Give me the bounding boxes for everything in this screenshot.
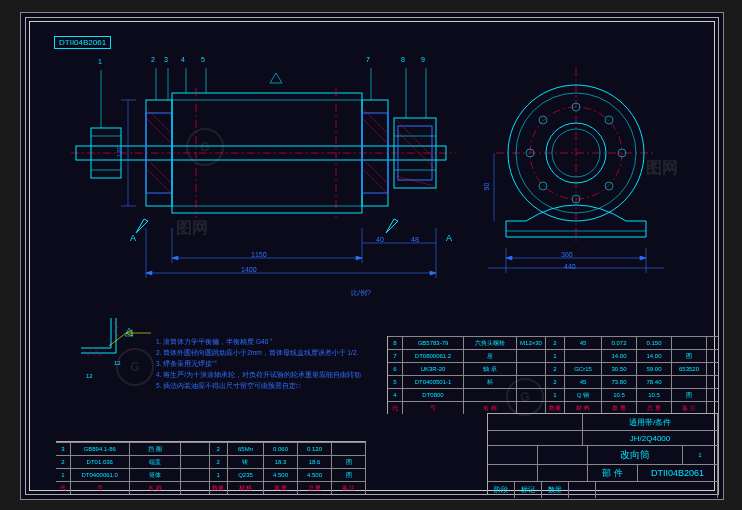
bom-cell-wt2: 0.120 <box>298 443 332 455</box>
bom-header-cell-qty: 数量 <box>210 482 228 494</box>
bom-header-cell-std: 号 <box>71 482 130 494</box>
bom-cell-name: 座 <box>464 350 517 362</box>
bom-cell-spec: M12×30 <box>517 337 546 349</box>
note-3: 3. 焊条采用无焊接"° <box>156 358 386 369</box>
bom-cell-note: 图 <box>672 350 707 362</box>
svg-line-19 <box>362 118 388 144</box>
bom-cell-spec <box>517 376 546 388</box>
balloon-4: 4 <box>181 56 185 63</box>
bom-cell-note <box>332 443 366 455</box>
page-ind: 1 <box>683 446 718 464</box>
bom-row: 1DT0400061.0筒体1Q2354.5004.500图 <box>56 468 366 481</box>
bom-cell-mat <box>565 350 602 362</box>
bom-cell-spec <box>181 456 209 468</box>
bom-header-cell-spec <box>181 482 209 494</box>
bom-cell-no: 8 <box>388 337 403 349</box>
bom-header-cell-mat: 材 料 <box>228 482 264 494</box>
bom-cell-spec <box>181 443 209 455</box>
section-mark-a: A <box>130 233 136 243</box>
bom-cell-no: 5 <box>388 376 403 388</box>
svg-line-18 <box>362 108 388 134</box>
part-name: 改向筒 <box>588 446 683 464</box>
bom-cell-name: 端盖 <box>130 456 181 468</box>
bom-cell-wt2: 78.40 <box>637 376 672 388</box>
bom-cell-qty: 2 <box>210 443 228 455</box>
bom-cell-note: 653520 <box>672 363 707 375</box>
bom-cell-qty: 2 <box>546 337 565 349</box>
category-label: 部 件 <box>588 465 638 481</box>
drawing-sheet: DTII04B2061 G 图网 G 图网 G <box>20 12 724 500</box>
bom-cell-name: 六角头螺栓 <box>464 337 517 349</box>
bom-row: 6UK3R-20轴 承2GCr1530.5059.00653520 <box>388 362 718 375</box>
svg-point-62 <box>539 116 547 124</box>
bom-header-cell-no: 代 <box>56 482 71 494</box>
bom-cell-std: DT0800 <box>403 389 464 401</box>
bom-header: 代号名 称数量材 料单 重总 重备 注 <box>56 481 366 494</box>
dim-height: 120 <box>116 146 123 158</box>
bom-cell-wt1: 10.5 <box>602 389 637 401</box>
dim-offset: 90 <box>483 183 490 191</box>
bom-header-cell-note: 备 注 <box>332 482 366 494</box>
bom-cell-std: UK3R-20 <box>403 363 464 375</box>
bom-cell-std: DT0400061.0 <box>71 469 130 481</box>
bom-cell-wt2: 59.00 <box>637 363 672 375</box>
bom-header-cell-wt2: 总 重 <box>298 482 332 494</box>
bom-cell-no: 6 <box>388 363 403 375</box>
bom-cell-spec <box>517 363 546 375</box>
bom-cell-no: 4 <box>388 389 403 401</box>
bom-cell-std: GB894.1-86 <box>71 443 130 455</box>
bom-cell-note: 图 <box>672 389 707 401</box>
balloon-3: 3 <box>164 56 168 63</box>
bom-cell-note: 图 <box>332 469 366 481</box>
field-stage: 阶段 <box>488 482 515 498</box>
cad-viewport: DTII04B2061 G 图网 G 图网 G <box>0 0 742 510</box>
note-1: 1. 滚筒体力学平衡偏，半衡精度 G40 ° <box>156 336 386 347</box>
balloon-7: 7 <box>366 56 370 63</box>
weld-angle-1: 12 <box>114 360 121 366</box>
bom-cell-mat: GCr15 <box>565 363 602 375</box>
note-4: 4. 将生严/为十浪涂轴承轮，对负荷升试验的轮承重量应能自由转动 <box>156 369 386 380</box>
project-line2: JH/2Q4000 <box>583 431 718 445</box>
bom-row: 3GB894.1-86挡 圈265Mn0.0600.120 <box>56 442 366 455</box>
bom-cell-no: 7 <box>388 350 403 362</box>
bom-cell-qty: 1 <box>210 469 228 481</box>
bom-cell-wt2: 14.00 <box>637 350 672 362</box>
bom-cell-wt2: 0.150 <box>637 337 672 349</box>
svg-point-61 <box>605 182 613 190</box>
balloon-5: 5 <box>201 56 205 63</box>
bom-cell-name: 轴 承 <box>464 363 517 375</box>
bom-cell-wt1: 14.00 <box>602 350 637 362</box>
bom-cell-std: GB5783-79 <box>403 337 464 349</box>
bom-cell-mat: 45 <box>565 337 602 349</box>
bom-cell-wt1: 4.500 <box>264 469 298 481</box>
bom-cell-note: 图 <box>332 456 366 468</box>
bom-cell-mat: Q 钢 <box>565 389 602 401</box>
bom-cell-mat: Q235 <box>228 469 264 481</box>
inner-frame: DTII04B2061 G 图网 G 图网 G <box>25 17 719 495</box>
bom-row: 8GB5783-79六角头螺栓M12×302450.0720.150 <box>388 336 718 349</box>
bom-cell-wt1: 0.060 <box>264 443 298 455</box>
bom-cell-std: DT0400501-1 <box>403 376 464 388</box>
svg-line-7 <box>146 108 172 134</box>
bom-cell-no: 2 <box>56 456 71 468</box>
bom-header-cell-std: 号 <box>403 402 464 414</box>
bom-row: 5DT0400501-1杯24573.8078.40 <box>388 375 718 388</box>
dim-length-overall: 1400 <box>241 266 257 273</box>
svg-line-20 <box>362 158 388 184</box>
svg-line-10 <box>146 168 172 194</box>
dim-length-main: 1150 <box>251 251 267 258</box>
bom-row: 2DT01.036端盖2铸18.318.6图 <box>56 455 366 468</box>
bom-cell-name <box>464 389 517 401</box>
weld-angle-2: 12 <box>86 373 93 379</box>
bom-cell-wt1: 73.80 <box>602 376 637 388</box>
bom-header-cell-name: 名 称 <box>130 482 181 494</box>
bom-cell-qty: 1 <box>546 389 565 401</box>
drawing-number: DTII04B2061 <box>638 465 718 481</box>
bom-header-cell-no: 代 <box>388 402 403 414</box>
svg-line-28 <box>396 176 434 186</box>
section-mark-b: A <box>446 233 452 243</box>
bom-cell-qty: 2 <box>546 363 565 375</box>
bom-cell-name: 杯 <box>464 376 517 388</box>
bom-cell-no: 3 <box>56 443 71 455</box>
scale-label: 比/例? <box>351 288 371 298</box>
